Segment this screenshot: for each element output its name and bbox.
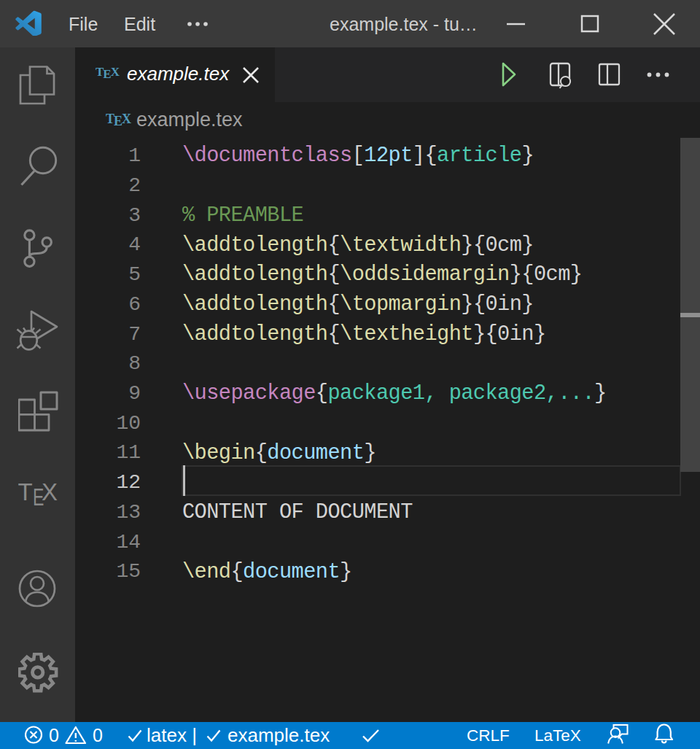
svg-text:X: X: [42, 478, 58, 505]
svg-text:T: T: [18, 478, 33, 505]
